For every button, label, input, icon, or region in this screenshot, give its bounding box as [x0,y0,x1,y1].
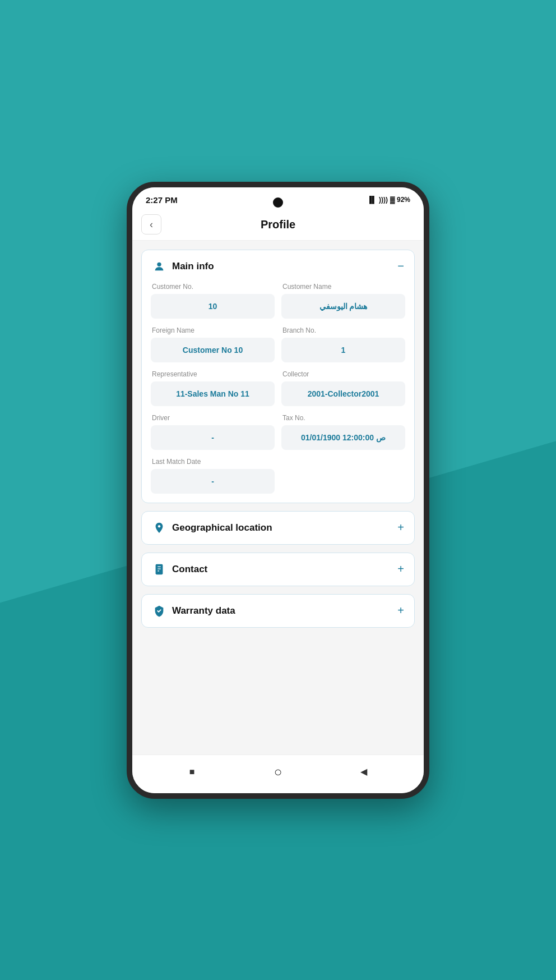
user-icon [152,259,166,274]
geo-location-toggle[interactable]: + [397,521,404,534]
last-match-date-value: - [151,469,275,494]
main-info-header-left: Main info [152,259,214,274]
collector-value: 2001-Collector2001 [281,381,405,406]
last-match-date-field: Last Match Date - [151,458,275,494]
status-bar: 2:27 PM ▐▌ )))) ▓ 92% [132,187,424,209]
warranty-data-section: Warranty data + [141,594,415,628]
tax-no-field: Tax No. ص 12:00:00 01/01/1900 [281,414,405,450]
app-header: ‹ Profile [132,209,424,241]
main-info-body: Customer No. 10 Customer Name هشام اليوس… [142,283,414,503]
branch-no-value: 1 [281,338,405,362]
phone-frame: 2:27 PM ▐▌ )))) ▓ 92% ‹ Profile [127,182,429,799]
representative-value: 11-Sales Man No 11 [151,381,275,406]
customer-no-value: 10 [151,294,275,319]
geo-location-header[interactable]: Geographical location + [142,512,414,544]
svg-rect-1 [156,564,163,574]
circle-icon: ○ [274,764,282,780]
svg-point-0 [157,262,161,266]
foreign-name-label: Foreign Name [151,326,275,334]
collector-label: Collector [281,370,405,378]
customer-no-field: Customer No. 10 [151,283,275,319]
contact-icon [152,562,166,577]
foreign-name-field: Foreign Name Customer No 10 [151,326,275,362]
representative-label: Representative [151,370,275,378]
wifi-icon: )))) [379,196,388,204]
fields-grid: Customer No. 10 Customer Name هشام اليوس… [151,283,405,494]
driver-value: - [151,425,275,450]
tax-no-label: Tax No. [281,414,405,422]
tax-no-value: ص 12:00:00 01/01/1900 [281,425,405,450]
battery-icon: ▓ 92% [390,196,410,204]
camera-notch [273,197,283,208]
collector-field: Collector 2001-Collector2001 [281,370,405,406]
geo-location-title: Geographical location [172,522,272,533]
content-area: Main info − Customer No. 10 [132,241,424,754]
customer-name-field: Customer Name هشام اليوسفي [281,283,405,319]
geo-location-header-left: Geographical location [152,521,272,535]
branch-no-field: Branch No. 1 [281,326,405,362]
signal-icon: ▐▌ [367,196,377,204]
nav-square-button[interactable]: ■ [182,762,202,782]
bottom-nav: ■ ○ ◀ [132,754,424,793]
representative-field: Representative 11-Sales Man No 11 [151,370,275,406]
warranty-data-header[interactable]: Warranty data + [142,595,414,627]
main-info-toggle[interactable]: − [397,260,404,273]
main-info-section: Main info − Customer No. 10 [141,250,415,503]
contact-header-left: Contact [152,562,207,577]
back-icon: ‹ [150,219,153,231]
warranty-data-header-left: Warranty data [152,604,235,618]
contact-toggle[interactable]: + [397,563,404,576]
main-info-title: Main info [172,261,214,272]
foreign-name-value: Customer No 10 [151,338,275,362]
page-title: Profile [261,218,295,231]
branch-no-label: Branch No. [281,326,405,334]
contact-section: Contact + [141,553,415,586]
contact-title: Contact [172,564,207,575]
triangle-icon: ◀ [360,766,367,777]
app-screen: ‹ Profile Main info [132,209,424,754]
customer-name-value: هشام اليوسفي [281,294,405,319]
warranty-data-title: Warranty data [172,605,235,616]
status-time: 2:27 PM [146,195,178,205]
status-icons: ▐▌ )))) ▓ 92% [367,196,410,204]
main-info-header[interactable]: Main info − [142,250,414,283]
last-match-date-label: Last Match Date [151,458,275,466]
driver-label: Driver [151,414,275,422]
customer-name-label: Customer Name [281,283,405,291]
warranty-data-toggle[interactable]: + [397,604,404,617]
contact-header[interactable]: Contact + [142,553,414,586]
driver-field: Driver - [151,414,275,450]
geo-location-section: Geographical location + [141,511,415,545]
nav-home-button[interactable]: ○ [268,762,288,782]
nav-back-button[interactable]: ◀ [354,762,374,782]
customer-no-label: Customer No. [151,283,275,291]
warranty-icon [152,604,166,618]
square-icon: ■ [189,767,195,777]
location-icon [152,521,166,535]
back-button[interactable]: ‹ [141,214,161,234]
